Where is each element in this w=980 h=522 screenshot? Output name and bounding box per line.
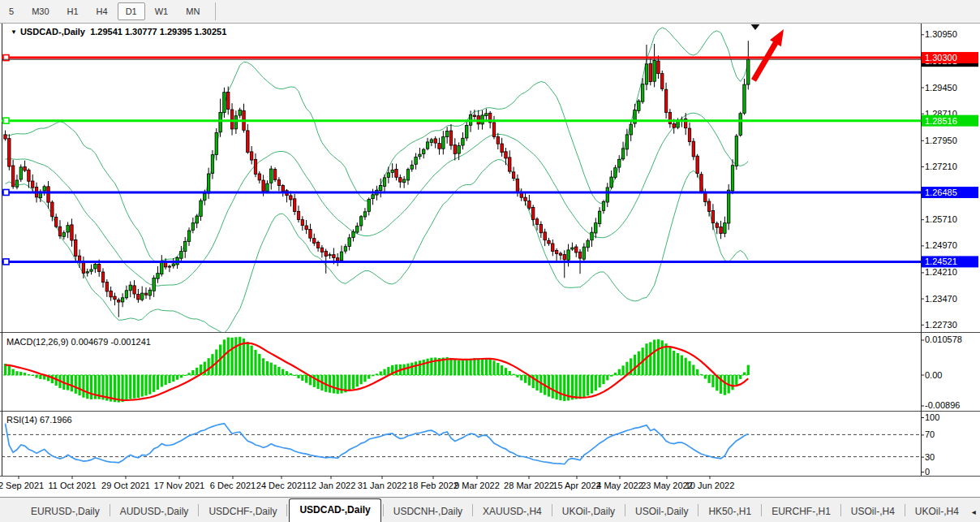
tab-separator bbox=[110, 504, 110, 516]
svg-text:28 Mar 2022: 28 Mar 2022 bbox=[504, 481, 554, 490]
svg-text:70: 70 bbox=[925, 429, 935, 439]
tab-scroll-controls: ◂ ▸ bbox=[967, 507, 980, 522]
svg-text:0: 0 bbox=[925, 467, 930, 477]
tab-separator bbox=[761, 504, 762, 516]
svg-text:0.00: 0.00 bbox=[925, 370, 942, 380]
chart-symbol-period: USDCAD-,Daily bbox=[20, 27, 85, 37]
svg-text:10 Jun 2022: 10 Jun 2022 bbox=[686, 481, 735, 490]
svg-text:9 Mar 2022: 9 Mar 2022 bbox=[454, 481, 500, 490]
symbol-tab-bar: EURUSD-,DailyAUDUSD-,DailyUSDCHF-,DailyU… bbox=[0, 497, 980, 522]
svg-text:1.24521: 1.24521 bbox=[925, 257, 957, 266]
svg-text:1.29450: 1.29450 bbox=[925, 83, 957, 93]
svg-text:100: 100 bbox=[925, 412, 939, 422]
svg-text:1.30950: 1.30950 bbox=[925, 29, 957, 39]
tab-separator bbox=[286, 504, 287, 516]
svg-text:1.24970: 1.24970 bbox=[925, 240, 957, 250]
symbol-dropdown-icon[interactable]: ▼ bbox=[11, 28, 17, 36]
svg-text:30: 30 bbox=[925, 452, 935, 462]
symbol-tab-ukoilh4[interactable]: UKOil-,H4 bbox=[907, 501, 967, 522]
symbol-tab-eurusddaily[interactable]: EURUSD-,Daily bbox=[23, 501, 108, 522]
hline-handle-1.24521[interactable] bbox=[3, 259, 9, 265]
svg-text:17 Nov 2021: 17 Nov 2021 bbox=[154, 481, 204, 490]
toolbar-separator bbox=[215, 2, 216, 20]
svg-text:24 Dec 2021: 24 Dec 2021 bbox=[256, 481, 307, 490]
svg-text:1.25710: 1.25710 bbox=[925, 214, 957, 224]
timeframe-toolbar: 5M30H1H4D1W1MN bbox=[0, 0, 980, 24]
svg-text:-0.00896: -0.00896 bbox=[925, 400, 960, 410]
tab-separator bbox=[472, 504, 473, 516]
chart-title: ▼USDCAD-,Daily 1.29541 1.30777 1.29395 1… bbox=[11, 27, 226, 37]
symbol-tab-usoilh4[interactable]: USOil-,H4 bbox=[843, 501, 903, 522]
svg-text:0.010578: 0.010578 bbox=[925, 334, 962, 344]
tabs-scroll-left-icon[interactable]: ◂ bbox=[972, 507, 976, 516]
svg-text:15 Apr 2022: 15 Apr 2022 bbox=[552, 481, 600, 490]
tab-separator bbox=[840, 504, 841, 516]
svg-text:6 Dec 2021: 6 Dec 2021 bbox=[210, 481, 256, 490]
svg-text:1.28516: 1.28516 bbox=[925, 116, 957, 126]
svg-text:22 Sep 2021: 22 Sep 2021 bbox=[0, 481, 44, 490]
tab-separator bbox=[905, 504, 905, 516]
svg-text:1.24210: 1.24210 bbox=[925, 267, 957, 277]
tab-separator bbox=[198, 504, 199, 516]
price-chart-canvas[interactable]: 1.309501.294501.287101.279501.272101.257… bbox=[0, 0, 980, 497]
symbol-tab-audusddaily[interactable]: AUDUSD-,Daily bbox=[112, 501, 197, 522]
svg-text:12 Jan 2022: 12 Jan 2022 bbox=[307, 481, 356, 490]
time-axis[interactable]: 22 Sep 202111 Oct 202129 Oct 202117 Nov … bbox=[0, 476, 734, 490]
svg-text:1.30300: 1.30300 bbox=[925, 53, 957, 63]
symbol-tab-ukoildaily[interactable]: UKOil-,Daily bbox=[554, 501, 623, 522]
hline-handle-1.28516[interactable] bbox=[3, 118, 9, 123]
svg-text:11 Oct 2021: 11 Oct 2021 bbox=[48, 481, 96, 490]
svg-text:1.27950: 1.27950 bbox=[925, 136, 957, 145]
timeframe-button-D1[interactable]: D1 bbox=[118, 2, 145, 20]
mt4-terminal-window: 5M30H1H4D1W1MN 1.309501.294501.287101.27… bbox=[0, 0, 980, 522]
timeframe-button-H4[interactable]: H4 bbox=[88, 2, 116, 20]
svg-text:1.23470: 1.23470 bbox=[925, 294, 957, 304]
timeframe-button-5[interactable]: 5 bbox=[1, 2, 22, 20]
chart-ohlc-values: 1.29541 1.30777 1.29395 1.30251 bbox=[90, 27, 226, 37]
symbol-tab-hk50h1[interactable]: HK50-,H1 bbox=[700, 501, 759, 522]
symbol-tab-usdcnhdaily[interactable]: USDCNH-,Daily bbox=[385, 501, 471, 522]
hline-handle-1.26485[interactable] bbox=[3, 189, 9, 195]
symbol-tab-usdchfdaily[interactable]: USDCHF-,Daily bbox=[200, 501, 285, 522]
timeframe-button-M30[interactable]: M30 bbox=[24, 2, 57, 20]
macd-indicator-label: MACD(12,26,9) 0.004679 -0.001241 bbox=[6, 337, 151, 347]
svg-text:1.26485: 1.26485 bbox=[925, 188, 957, 197]
symbol-tabs: EURUSD-,DailyAUDUSD-,DailyUSDCHF-,DailyU… bbox=[0, 498, 967, 522]
svg-text:18 Feb 2022: 18 Feb 2022 bbox=[408, 481, 458, 490]
svg-text:1.27210: 1.27210 bbox=[925, 162, 957, 171]
svg-text:4 May 2022: 4 May 2022 bbox=[596, 481, 643, 490]
svg-text:29 Oct 2021: 29 Oct 2021 bbox=[101, 481, 150, 490]
symbol-tab-usdcaddaily[interactable]: USDCAD-,Daily bbox=[289, 498, 380, 522]
rsi-indicator-label: RSI(14) 67.1966 bbox=[6, 415, 72, 425]
timeframe-button-H1[interactable]: H1 bbox=[59, 2, 87, 20]
timeframe-buttons: 5M30H1H4D1W1MN bbox=[0, 2, 208, 20]
symbol-tab-xauusdh4[interactable]: XAUUSD-,H4 bbox=[475, 501, 550, 522]
timeframe-button-MN[interactable]: MN bbox=[178, 2, 208, 20]
tab-separator bbox=[552, 504, 552, 516]
symbol-tab-usoildaily[interactable]: USOil-,Daily bbox=[627, 501, 696, 522]
svg-text:31 Jan 2022: 31 Jan 2022 bbox=[358, 481, 407, 490]
chart-area[interactable]: 1.309501.294501.287101.279501.272101.257… bbox=[0, 0, 980, 497]
timeframe-button-W1[interactable]: W1 bbox=[147, 2, 177, 20]
svg-text:1.22730: 1.22730 bbox=[925, 320, 957, 330]
tab-separator bbox=[383, 504, 384, 516]
tab-separator bbox=[698, 504, 698, 516]
symbol-tab-eurchfh1[interactable]: EURCHF-,H1 bbox=[763, 501, 839, 522]
tab-separator bbox=[625, 504, 625, 516]
